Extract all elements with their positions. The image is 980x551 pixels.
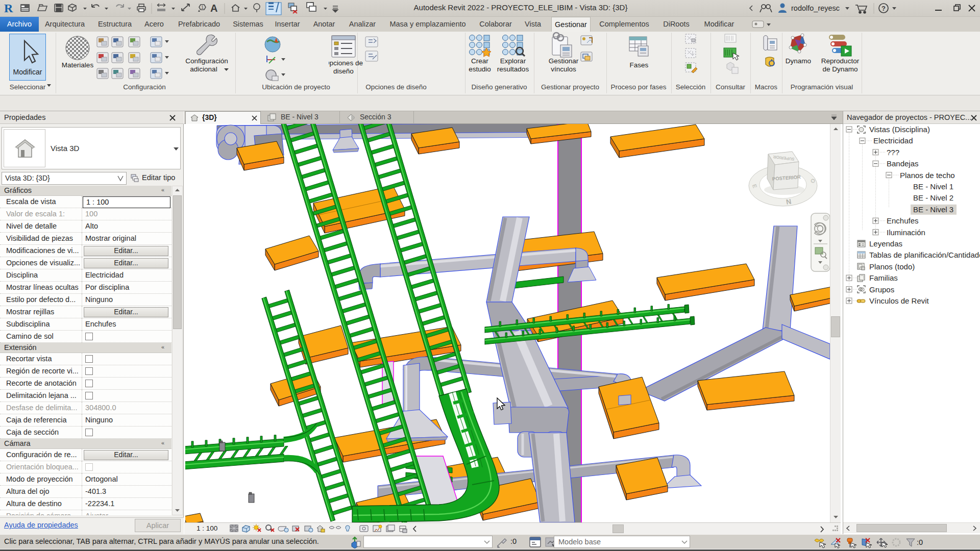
svg-text:???: ???	[887, 148, 899, 157]
svg-text:1: 1	[201, 5, 204, 10]
svg-text:?: ?	[881, 5, 886, 12]
svg-text:Tablas de planificación/Cantid: Tablas de planificación/Cantidades	[869, 251, 980, 259]
svg-text::0: :0	[917, 538, 923, 546]
svg-text:resultados: resultados	[497, 65, 529, 73]
svg-text:Leyendas: Leyendas	[869, 239, 902, 248]
svg-text:Electricidad: Electricidad	[873, 136, 913, 145]
svg-text:Materiales: Materiales	[62, 61, 94, 69]
svg-text:Gestionar: Gestionar	[549, 57, 579, 65]
svg-text:BE - Nivel 2: BE - Nivel 2	[913, 193, 953, 202]
svg-text:Enchufes: Enchufes	[887, 216, 919, 225]
svg-text:BE - Nivel 1: BE - Nivel 1	[913, 182, 953, 191]
svg-text:rodolfo_reyesc: rodolfo_reyesc	[791, 4, 840, 12]
svg-text:Familias: Familias	[869, 273, 898, 282]
svg-text:Crear: Crear	[471, 57, 488, 65]
svg-text:de Dynamo: de Dynamo	[822, 65, 857, 73]
svg-text:adicional: adicional	[190, 65, 217, 73]
svg-text:Planos (todo): Planos (todo)	[869, 262, 915, 271]
svg-text:Bandejas: Bandejas	[887, 159, 919, 168]
svg-text:Planos de techo: Planos de techo	[900, 171, 955, 180]
svg-text:Grupos: Grupos	[869, 285, 894, 294]
svg-text:Dynamo: Dynamo	[786, 57, 811, 65]
svg-text:Fases: Fases	[630, 61, 649, 69]
svg-text:vínculos: vínculos	[551, 65, 576, 73]
svg-text:Configuración: Configuración	[185, 57, 228, 65]
svg-text:R: R	[4, 2, 13, 15]
svg-text:diseño: diseño	[333, 67, 354, 75]
svg-text:Modificar: Modificar	[13, 68, 42, 76]
svg-text:Opciones de: Opciones de	[329, 59, 363, 67]
svg-text:BE - Nivel 3: BE - Nivel 3	[913, 205, 953, 214]
svg-text:Vistas (Disciplina): Vistas (Disciplina)	[869, 125, 930, 134]
svg-text:A: A	[210, 3, 217, 14]
svg-text:estudio: estudio	[469, 65, 491, 73]
svg-text:Reproductor: Reproductor	[821, 57, 860, 65]
svg-text:Explorar: Explorar	[500, 57, 526, 65]
svg-text:Vínculos de Revit: Vínculos de Revit	[869, 296, 929, 305]
svg-text:Iluminación: Iluminación	[887, 228, 925, 237]
